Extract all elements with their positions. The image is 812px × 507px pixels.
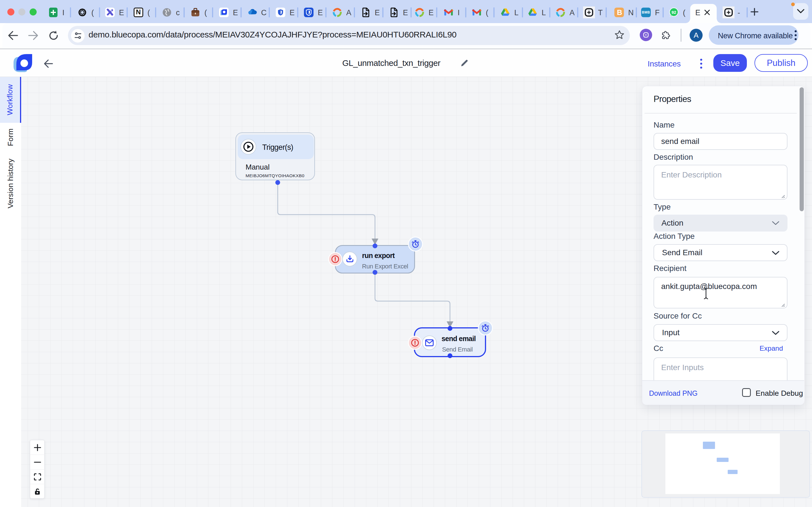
svg-text:92: 92 [672,10,676,15]
